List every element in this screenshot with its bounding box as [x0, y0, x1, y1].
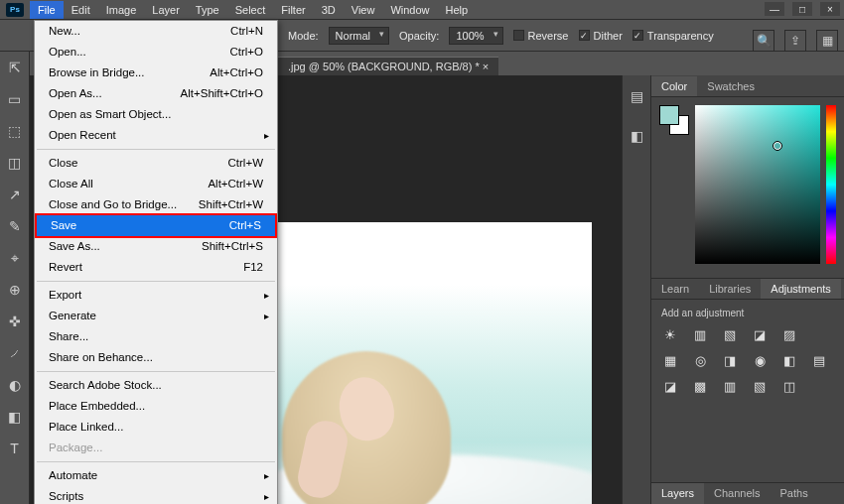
document-canvas[interactable]	[262, 222, 592, 504]
dodge-tool[interactable]: ◐	[3, 373, 27, 397]
menu-generate[interactable]: Generate	[35, 306, 277, 326]
menu-place-embedded[interactable]: Place Embedded...	[35, 396, 277, 417]
invert-icon[interactable]: ◪	[661, 378, 679, 394]
menu-revert[interactable]: RevertF12	[35, 257, 277, 278]
document-tab[interactable]: .jpg @ 50% (BACKGROUND, RGB/8) * ×	[278, 57, 498, 75]
color-lookup-icon[interactable]: ▤	[810, 352, 828, 368]
channel-mixer-icon[interactable]: ◧	[780, 352, 798, 368]
gradient-map-icon[interactable]: ▧	[751, 378, 769, 394]
properties-panel-icon[interactable]: ◧	[628, 127, 645, 145]
gradient-tool[interactable]: ◧	[3, 405, 27, 429]
transparency-label: Transparency	[647, 30, 714, 42]
bw-icon[interactable]: ◨	[721, 352, 739, 368]
menu-close-all[interactable]: Close AllAlt+Ctrl+W	[35, 174, 277, 194]
menu-separator	[37, 149, 275, 150]
libraries-tab[interactable]: Libraries	[699, 279, 761, 299]
vibrance-icon[interactable]: ▨	[780, 326, 798, 342]
menu-help[interactable]: Help	[438, 1, 477, 19]
menu-close[interactable]: CloseCtrl+W	[35, 153, 277, 174]
clone-tool[interactable]: ⊕	[3, 278, 27, 302]
menu-share[interactable]: Share...	[35, 326, 277, 347]
menu-separator	[37, 461, 275, 462]
pen-tool[interactable]: ⟋	[3, 341, 27, 365]
menu-filter[interactable]: Filter	[273, 1, 313, 19]
menu-close-bridge[interactable]: Close and Go to Bridge...Shift+Ctrl+W	[35, 194, 277, 215]
brightness-icon[interactable]: ☀	[661, 326, 679, 342]
menu-save[interactable]: SaveCtrl+S	[37, 215, 275, 236]
history-panel-icon[interactable]: ▤	[628, 87, 645, 105]
menu-package: Package...	[35, 438, 277, 458]
menu-share-behance[interactable]: Share on Behance...	[35, 347, 277, 368]
menu-view[interactable]: View	[344, 1, 383, 19]
menu-open-as[interactable]: Open As...Alt+Shift+Ctrl+O	[35, 83, 277, 104]
foreground-color-swatch[interactable]	[659, 105, 679, 125]
menu-3d[interactable]: 3D	[314, 1, 344, 19]
menu-image[interactable]: Image	[98, 1, 145, 19]
menu-save-as[interactable]: Save As...Shift+Ctrl+S	[35, 236, 277, 257]
right-panels: Color Swatches Learn Libraries Adjustmen…	[651, 75, 844, 504]
menu-open-recent[interactable]: Open Recent	[35, 125, 277, 146]
menu-automate[interactable]: Automate	[35, 465, 277, 486]
menu-export[interactable]: Export	[35, 285, 277, 306]
menu-select[interactable]: Select	[227, 1, 274, 19]
maximize-button[interactable]: □	[792, 2, 812, 16]
eraser-tool[interactable]: ✜	[3, 310, 27, 333]
crop-tool[interactable]: ◫	[3, 151, 27, 175]
move-tool[interactable]: ⇱	[3, 56, 27, 79]
menu-open-smart[interactable]: Open as Smart Object...	[35, 104, 277, 125]
tab-close-icon[interactable]: ×	[483, 61, 489, 72]
share-icon[interactable]: ⇪	[784, 30, 806, 52]
close-button[interactable]: ×	[820, 2, 840, 16]
adjustments-panel-tabs: Learn Libraries Adjustments	[651, 278, 844, 300]
file-menu-dropdown: New...Ctrl+N Open...Ctrl+O Browse in Bri…	[34, 20, 278, 504]
lasso-tool[interactable]: ⬚	[3, 119, 27, 143]
color-tab[interactable]: Color	[651, 76, 697, 96]
paths-tab[interactable]: Paths	[771, 483, 818, 504]
menu-type[interactable]: Type	[188, 1, 227, 19]
hue-icon[interactable]: ▦	[661, 352, 679, 368]
minimize-button[interactable]: —	[765, 2, 784, 16]
menu-edit[interactable]: Edit	[64, 1, 98, 19]
marquee-tool[interactable]: ▭	[3, 87, 27, 111]
color-picker[interactable]	[695, 105, 820, 264]
menu-open[interactable]: Open...Ctrl+O	[35, 42, 277, 63]
threshold-icon[interactable]: ▥	[721, 378, 739, 394]
healing-tool[interactable]: ⌖	[3, 246, 27, 270]
dither-checkbox[interactable]: Dither	[579, 30, 623, 42]
opacity-select[interactable]: 100%	[449, 27, 502, 45]
reverse-checkbox[interactable]: Reverse	[513, 30, 569, 42]
hue-slider[interactable]	[826, 105, 836, 264]
curves-icon[interactable]: ▧	[721, 326, 739, 342]
opacity-label: Opacity:	[399, 30, 439, 42]
exposure-icon[interactable]: ◪	[751, 326, 769, 342]
adjustments-tab[interactable]: Adjustments	[761, 279, 841, 299]
menu-place-linked[interactable]: Place Linked...	[35, 417, 277, 438]
menu-file[interactable]: File	[30, 1, 64, 19]
fg-bg-swatch[interactable]	[659, 105, 689, 135]
learn-tab[interactable]: Learn	[651, 279, 699, 299]
reverse-label: Reverse	[528, 30, 569, 42]
brush-tool[interactable]: ✎	[3, 214, 27, 238]
type-tool[interactable]: T	[3, 437, 27, 460]
window-controls: — □ ×	[765, 2, 840, 16]
menu-search-stock[interactable]: Search Adobe Stock...	[35, 375, 277, 396]
swatches-tab[interactable]: Swatches	[697, 76, 765, 96]
menu-layer[interactable]: Layer	[144, 1, 188, 19]
layers-tab[interactable]: Layers	[651, 483, 704, 504]
mode-select[interactable]: Normal	[329, 27, 389, 45]
workspace-switcher-icon[interactable]: ▦	[816, 30, 838, 52]
selective-color-icon[interactable]: ◫	[780, 378, 798, 394]
channels-tab[interactable]: Channels	[704, 483, 770, 504]
eyedropper-tool[interactable]: ↗	[3, 183, 27, 206]
menu-browse-bridge[interactable]: Browse in Bridge...Alt+Ctrl+O	[35, 63, 277, 83]
menu-new[interactable]: New...Ctrl+N	[35, 21, 277, 42]
menu-window[interactable]: Window	[382, 1, 437, 19]
search-icon[interactable]: 🔍	[753, 30, 774, 52]
posterize-icon[interactable]: ▩	[691, 378, 709, 394]
photo-filter-icon[interactable]: ◉	[751, 352, 769, 368]
menu-scripts[interactable]: Scripts	[35, 486, 277, 504]
levels-icon[interactable]: ▥	[691, 326, 709, 342]
color-balance-icon[interactable]: ◎	[691, 352, 709, 368]
app-logo: Ps	[6, 3, 24, 17]
transparency-checkbox[interactable]: Transparency	[633, 30, 714, 42]
